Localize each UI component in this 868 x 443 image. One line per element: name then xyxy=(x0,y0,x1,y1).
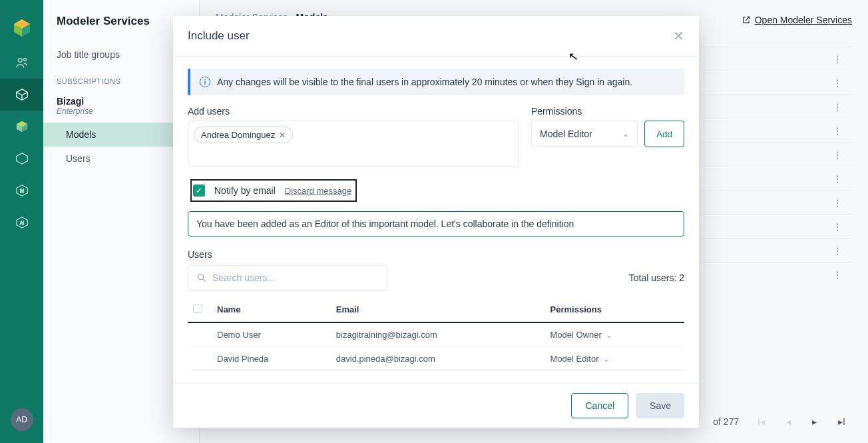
total-users-label: Total users: 2 xyxy=(629,272,684,283)
user-avatar[interactable]: AD xyxy=(11,408,33,431)
close-icon[interactable]: ✕ xyxy=(673,28,684,44)
row-menu-icon[interactable]: ⋮ xyxy=(833,246,843,256)
col-email: Email xyxy=(331,297,545,322)
svg-marker-9 xyxy=(16,153,27,165)
people-icon[interactable] xyxy=(0,47,43,79)
col-permissions: Permissions xyxy=(545,297,684,322)
user-chip: Andrea Dominguez ✕ xyxy=(194,127,293,143)
row-menu-icon[interactable]: ⋮ xyxy=(833,174,843,185)
svg-text:BI: BI xyxy=(19,189,23,193)
notify-message-input[interactable] xyxy=(188,211,684,236)
add-users-label: Add users xyxy=(188,106,519,117)
notify-highlight: ✓ Notify by email Discard message xyxy=(190,179,357,202)
cancel-button[interactable]: Cancel xyxy=(571,393,628,418)
info-banner: i Any changes will be visible to the fin… xyxy=(188,69,684,95)
chip-remove-icon[interactable]: ✕ xyxy=(279,131,286,140)
search-users-input[interactable]: Search users... xyxy=(188,265,387,290)
discard-message-link[interactable]: Discard message xyxy=(285,186,351,196)
icon-rail: BI AI AD xyxy=(0,0,43,443)
row-menu-icon[interactable]: ⋮ xyxy=(833,102,843,113)
search-placeholder: Search users... xyxy=(212,272,275,283)
bi-icon[interactable]: BI xyxy=(0,175,43,207)
svg-point-14 xyxy=(198,274,204,280)
page-prev-icon[interactable]: ◂ xyxy=(783,414,793,430)
pagination: of 277 I◂ ◂ ▸ ▸I xyxy=(713,414,848,430)
select-all-checkbox[interactable] xyxy=(193,304,202,313)
row-menu-icon[interactable]: ⋮ xyxy=(833,78,843,89)
row-menu-icon[interactable]: ⋮ xyxy=(833,198,843,209)
permission-dropdown[interactable]: Model Owner⌄ xyxy=(550,330,612,340)
permissions-value: Model Editor xyxy=(540,129,592,139)
include-user-modal: Include user ✕ i Any changes will be vis… xyxy=(173,16,699,428)
permissions-label: Permissions xyxy=(531,106,684,117)
user-chip-label: Andrea Dominguez xyxy=(201,130,275,140)
chevron-down-icon: ⌄ xyxy=(603,354,610,364)
users-table: Name Email Permissions Demo User bizagit… xyxy=(188,297,684,371)
chevron-down-icon: ⌄ xyxy=(606,330,612,340)
page-next-icon[interactable]: ▸ xyxy=(809,414,819,430)
info-icon: i xyxy=(200,77,210,87)
chevron-down-icon: ⌄ xyxy=(622,129,629,139)
permissions-select[interactable]: Model Editor ⌄ xyxy=(531,121,638,147)
row-menu-icon[interactable]: ⋮ xyxy=(833,54,843,65)
table-row: Demo User bizagitraining@bizagi.com Mode… xyxy=(188,322,684,347)
page-of-label: of 277 xyxy=(713,416,739,427)
logo-icon[interactable] xyxy=(0,9,43,47)
add-users-input[interactable]: Andrea Dominguez ✕ xyxy=(188,121,519,167)
cube-color-icon[interactable] xyxy=(0,111,43,143)
cell-email: david.pineda@bizagi.com xyxy=(331,347,545,371)
ai-icon[interactable]: AI xyxy=(0,207,43,238)
row-menu-icon[interactable]: ⋮ xyxy=(833,150,843,161)
save-button[interactable]: Save xyxy=(636,393,684,418)
hex-outline-icon[interactable] xyxy=(0,143,43,175)
modal-title: Include user xyxy=(188,29,250,43)
permission-dropdown[interactable]: Model Editor⌄ xyxy=(550,354,610,364)
svg-text:AI: AI xyxy=(19,221,23,225)
info-text: Any changes will be visible to the final… xyxy=(217,77,632,87)
cube-outline-icon[interactable] xyxy=(0,79,43,111)
notify-checkbox[interactable]: ✓ xyxy=(193,185,205,197)
row-menu-icon[interactable]: ⋮ xyxy=(833,270,843,280)
cell-name: Demo User xyxy=(212,322,331,347)
page-first-icon[interactable]: I◂ xyxy=(755,414,767,430)
row-menu-icon[interactable]: ⋮ xyxy=(833,222,843,232)
svg-point-3 xyxy=(18,58,22,62)
page-last-icon[interactable]: ▸I xyxy=(835,414,848,430)
col-name: Name xyxy=(212,297,331,322)
cell-email: bizagitraining@bizagi.com xyxy=(331,322,545,347)
notify-label: Notify by email xyxy=(214,185,276,196)
users-section-label: Users xyxy=(188,249,212,260)
add-button[interactable]: Add xyxy=(644,121,684,147)
table-row: David Pineda david.pineda@bizagi.com Mod… xyxy=(188,347,684,371)
external-link-icon xyxy=(742,15,751,25)
row-menu-icon[interactable]: ⋮ xyxy=(833,126,843,137)
cell-name: David Pineda xyxy=(212,347,331,371)
open-modeler-link[interactable]: Open Modeler Services xyxy=(742,15,852,25)
svg-point-4 xyxy=(23,58,26,61)
open-modeler-label: Open Modeler Services xyxy=(755,15,852,25)
search-icon xyxy=(196,272,207,283)
